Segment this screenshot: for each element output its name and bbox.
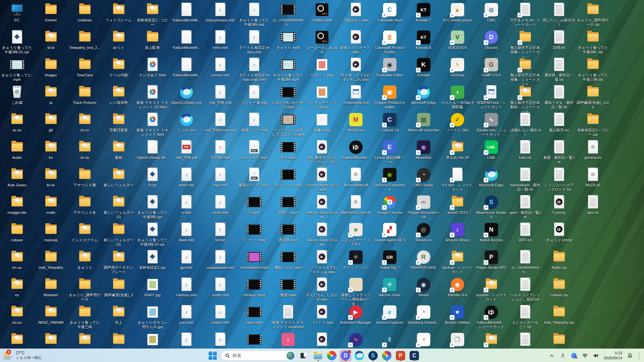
desktop-icon[interactable]: ゆきゅうり.ymmp bbox=[542, 222, 576, 242]
desktop-icon[interactable]: ♪sirofo.mid bbox=[203, 194, 237, 215]
desktop-icon[interactable]: 説明.txt bbox=[542, 29, 576, 50]
desktop-icon[interactable]: ▶答え知っててもむずいわこれ.wav bbox=[339, 57, 373, 82]
desktop-icon[interactable]: YukkuriMovieM... bbox=[169, 29, 203, 50]
desktop-icon[interactable]: きゅうり食ってた午後3時.mp4 bbox=[271, 57, 305, 82]
desktop-icon[interactable]: NT2Untitled.ppsf bbox=[305, 2, 339, 22]
desktop-icon[interactable]: K↗Kontakt bbox=[407, 57, 440, 77]
desktop-icon[interactable]: ♪aorin.mid bbox=[169, 167, 203, 187]
desktop-icon[interactable]: open.mp4 bbox=[237, 304, 271, 325]
desktop-icon[interactable]: 9.cpr bbox=[136, 167, 169, 187]
taskbar-powerpoint-icon[interactable]: P bbox=[395, 350, 406, 361]
desktop-icon[interactable]: ▶新規エクスポート.wav bbox=[339, 29, 373, 55]
desktop-icon[interactable]: ♪PVTNd.mid bbox=[203, 139, 237, 160]
desktop-icon[interactable]: Mixdown bbox=[34, 277, 68, 297]
desktop-icon[interactable]: S↗MuseScore Studio 4 bbox=[474, 194, 508, 220]
desktop-icon[interactable]: ∿↗JQuake.exe - ショートカット bbox=[474, 112, 508, 137]
desktop-icon[interactable]: 新規 テキスト ドキュメント.html bbox=[136, 112, 169, 137]
desktop-icon[interactable]: ヘルスコンプレッション__歌詞.txt bbox=[508, 277, 542, 302]
desktop-icon[interactable]: akis.txt bbox=[576, 194, 610, 215]
desktop-icon[interactable] bbox=[68, 332, 102, 348]
desktop-icon[interactable]: きゅうり食ってた午後3時-01.cpr bbox=[0, 29, 34, 55]
desktop-icon[interactable]: 選択肢 - 親作品一覧.txt bbox=[542, 57, 576, 82]
desktop-icon[interactable]: ♪タイトル未設定.tempo.mid bbox=[237, 29, 271, 55]
desktop-icon[interactable]: ↗9.5.xlsx - ショートカット bbox=[440, 167, 474, 192]
desktop-icon[interactable]: ♪meroin.mid bbox=[203, 57, 237, 77]
desktop-icon[interactable]: ↗HDDFMT.exe - ショートカット bbox=[474, 84, 508, 110]
desktop-icon[interactable]: Gemini bbox=[34, 2, 68, 22]
desktop-icon[interactable]: ↗backup - ショートカット bbox=[440, 249, 474, 275]
desktop-icon[interactable]: ▶001_東北きりたん（ノーマル）_今じゃ... bbox=[305, 139, 339, 169]
volume-icon[interactable] bbox=[593, 352, 599, 359]
desktop-icon[interactable]: 新しいフォルダー bbox=[102, 167, 136, 187]
desktop-icon[interactable]: ♪きゅうり食ってた午後3時.mid bbox=[237, 2, 271, 27]
desktop-icon[interactable]: 名称未設定1 - コピー.zip bbox=[576, 112, 610, 137]
desktop-icon[interactable]: ゆ↗YukkuriMovieM... - ショートカット bbox=[474, 304, 508, 329]
desktop-icon[interactable]: ↗無人販売不正行為画像 - ショートカッ... bbox=[508, 29, 542, 59]
desktop-icon[interactable]: open - 親作品一覧.txt bbox=[508, 194, 542, 220]
desktop-icon[interactable]: Images bbox=[34, 57, 68, 77]
desktop-icon[interactable]: 最新 bbox=[102, 139, 136, 160]
desktop-icon[interactable]: LINE↗LINE bbox=[474, 139, 508, 160]
taskbar-musescore-studio-icon[interactable]: S bbox=[367, 350, 379, 361]
taskbar-task-view-icon[interactable] bbox=[299, 350, 310, 361]
tray-person-icon[interactable] bbox=[559, 352, 566, 359]
desktop-icon[interactable]: createdump.exe bbox=[339, 84, 373, 105]
notification-bell-icon[interactable]: z bbox=[627, 352, 633, 359]
desktop-icon[interactable]: ▶↗Activation Manager bbox=[339, 304, 373, 325]
desktop-icon[interactable]: ▦↗Minecraft Launcher bbox=[407, 112, 440, 132]
taskbar-discord-icon[interactable]: D bbox=[340, 350, 351, 361]
desktop-icon[interactable]: ▶パストラ.wav bbox=[305, 304, 339, 325]
desktop-icon[interactable]: F.mp4 bbox=[237, 194, 271, 215]
desktop-icon[interactable]: KT↗Kontakt 7 bbox=[407, 2, 440, 22]
desktop-icon[interactable]: ◉↗GeForce Experience bbox=[373, 167, 407, 192]
desktop-icon[interactable]: ⚙AWSSDK.Core.dll bbox=[339, 194, 373, 215]
taskbar-chrome-profile-icon[interactable] bbox=[381, 350, 392, 361]
desktop-icon[interactable]: id-id bbox=[34, 29, 68, 50]
desktop-icon[interactable]: Telepathy_Inst_2... bbox=[68, 29, 102, 50]
desktop-icon[interactable]: ♪↗Amazon Music bbox=[440, 222, 474, 242]
desktop-icon[interactable]: 井上.mp4 bbox=[271, 139, 305, 160]
desktop-icon[interactable]: ↗孤独なインディーゲーム開発者の一生 ... bbox=[339, 277, 373, 306]
desktop-icon[interactable]: manisekarin - 親作品一覧.txt bbox=[508, 167, 542, 192]
desktop-icon[interactable]: ♪kotusytuaaus.mid bbox=[203, 2, 237, 22]
desktop-icon[interactable]: きゅうりポカコレ用サムネ.jpg bbox=[136, 304, 169, 329]
desktop-icon[interactable]: NKSC_PARAM bbox=[34, 304, 68, 325]
desktop-icon[interactable]: レジ袋有料 bbox=[102, 84, 136, 105]
desktop-icon[interactable]: ◉↗Blender 4.4 bbox=[440, 277, 474, 297]
desktop-icon[interactable]: きゅうり食ってた午後三時.zip bbox=[576, 57, 610, 82]
desktop-icon[interactable]: ko-kr bbox=[34, 167, 68, 187]
desktop-icon[interactable]: YukkuriMovieM... bbox=[169, 2, 203, 22]
desktop-icon[interactable]: ▣↗Crypton Product Installer bbox=[373, 84, 407, 110]
desktop-icon[interactable]: ▶こってゅｈｄすおｆｓｂふぁ.wav bbox=[305, 249, 339, 275]
desktop-icon[interactable] bbox=[542, 332, 576, 348]
desktop-icon[interactable]: ◉↗Controller Editor bbox=[373, 57, 407, 77]
desktop-icon[interactable]: ◎↗Reaktor 6 bbox=[407, 222, 440, 242]
desktop-icon[interactable]: 新しいフォルダー (2) bbox=[102, 194, 136, 220]
desktop-icon[interactable]: ♪rajio.mid bbox=[203, 167, 237, 187]
desktop-icon[interactable]: runtimes bbox=[68, 2, 102, 22]
desktop-icon[interactable]: maniuta bbox=[34, 222, 68, 242]
desktop-icon[interactable]: 新規 テキスト ドキュメント (2).html bbox=[136, 84, 169, 110]
desktop-icon[interactable]: テンポあて.html bbox=[136, 57, 169, 77]
desktop-icon[interactable]: MMoZA.exe bbox=[339, 112, 373, 132]
desktop-icon[interactable]: ヘッドフォンはずしててよかっt.mp4 bbox=[271, 112, 305, 137]
desktop-icon[interactable] bbox=[102, 332, 136, 348]
desktop-icon[interactable]: ksks.txt bbox=[508, 139, 542, 160]
desktop-icon[interactable] bbox=[508, 332, 542, 348]
desktop-icon[interactable]: ⚙Accessibility.dll bbox=[339, 167, 373, 187]
desktop-icon[interactable]: まにまにわーるど！.txt bbox=[508, 304, 542, 329]
desktop-icon[interactable]: だれだFXいれたやつ.mp4 bbox=[271, 84, 305, 110]
desktop-icon[interactable]: 通知うぜえ.mp4 bbox=[271, 249, 305, 270]
desktop-icon[interactable]: ✳↗ポリリリリズム bbox=[339, 249, 373, 270]
taskbar-clock[interactable]: 5:23 2025/09/14 bbox=[604, 351, 622, 360]
desktop-icon[interactable]: ↗筆まめ Ver.28 bbox=[440, 139, 474, 160]
desktop-icon[interactable]: KT↗Kontakt 8 bbox=[407, 29, 440, 50]
desktop-icon[interactable]: cubase.zip bbox=[542, 277, 576, 297]
desktop-icon[interactable]: 営業日変更 bbox=[102, 112, 136, 132]
desktop-icon[interactable]: ☻↗ぷよぷよ™テトリス® 2 bbox=[339, 222, 373, 247]
desktop-icon[interactable]: en-us bbox=[0, 249, 34, 270]
desktop-icon[interactable]: 画像1.png bbox=[305, 112, 339, 132]
desktop-icon[interactable]: ◔↗Steinberg Downlo... bbox=[407, 304, 440, 325]
desktop-icon[interactable]: ♪dram.mid bbox=[169, 222, 203, 242]
desktop-icon[interactable]: ▶Groove Agent SE 01.wav bbox=[305, 167, 339, 192]
